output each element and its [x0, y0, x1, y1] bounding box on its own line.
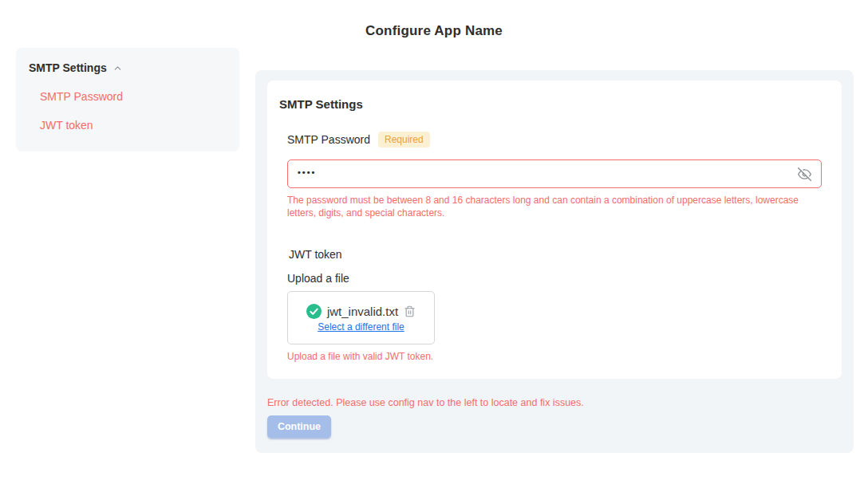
sidebar-section-smtp-settings[interactable]: SMTP Settings — [29, 61, 227, 74]
smtp-password-label: SMTP Password — [287, 133, 370, 146]
check-circle-icon — [306, 304, 322, 319]
jwt-token-error: Upload a file with valid JWT token. — [287, 350, 830, 363]
file-upload-box: jwt_invalid.txt Select a different file — [287, 291, 435, 344]
chevron-up-icon — [112, 63, 123, 73]
select-different-file-link[interactable]: Select a different file — [318, 321, 404, 333]
trash-icon[interactable] — [404, 305, 416, 318]
smtp-password-label-row: SMTP Password Required — [287, 132, 830, 148]
upload-file-label: Upload a file — [287, 272, 830, 285]
sidebar-item-jwt-token[interactable]: JWT token — [40, 119, 227, 132]
continue-button[interactable]: Continue — [267, 415, 331, 438]
masked-password-value: •••• — [298, 158, 316, 187]
section-title: SMTP Settings — [279, 97, 830, 111]
eye-slash-icon[interactable] — [798, 167, 811, 181]
smtp-password-input[interactable]: •••• — [287, 159, 822, 188]
jwt-token-label: JWT token — [289, 248, 830, 261]
config-nav-sidebar: SMTP Settings SMTP Password JWT token — [16, 48, 239, 152]
sidebar-section-label: SMTP Settings — [29, 61, 107, 74]
config-panel: SMTP Settings SMTP Password Required •••… — [255, 70, 854, 453]
card-body: SMTP Password Required •••• The password… — [287, 132, 830, 363]
smtp-settings-card: SMTP Settings SMTP Password Required •••… — [267, 81, 842, 379]
global-error-message: Error detected. Please use config nav to… — [267, 397, 842, 408]
sidebar-item-smtp-password[interactable]: SMTP Password — [40, 90, 227, 103]
page-title: Configure App Name — [0, 23, 868, 39]
smtp-password-error: The password must be between 8 and 16 ch… — [287, 194, 810, 219]
uploaded-file-name: jwt_invalid.txt — [327, 305, 398, 318]
uploaded-file-row: jwt_invalid.txt — [306, 304, 416, 319]
required-badge: Required — [378, 132, 430, 148]
